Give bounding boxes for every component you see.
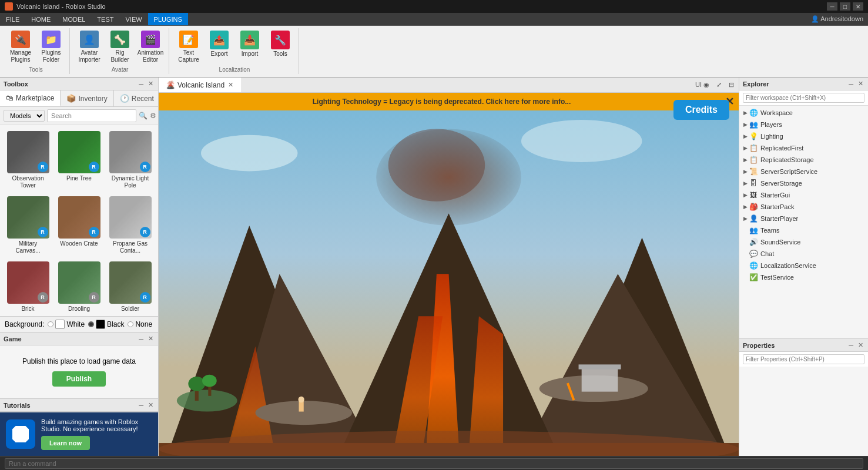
toolbox-minimize-button[interactable]: ─: [138, 80, 145, 88]
tree-item[interactable]: ▶ 🖼 StarterGui: [739, 189, 868, 201]
grid-item[interactable]: R Soldier: [106, 259, 155, 315]
properties-filter-input[interactable]: [743, 354, 864, 364]
models-dropdown[interactable]: Models: [4, 110, 45, 122]
svg-point-22: [202, 375, 217, 387]
menu-item-test[interactable]: TEST: [91, 13, 119, 25]
tutorials-close-button[interactable]: ✕: [147, 401, 155, 409]
tab-right-controls: UI ◉ ⤢ ⊟: [693, 80, 739, 90]
bg-none-radio[interactable]: [128, 321, 133, 327]
game-panel-controls: ─ ✕: [138, 335, 155, 343]
grid-item[interactable]: R Observation Tower: [4, 129, 52, 192]
properties-minimize-button[interactable]: ─: [847, 341, 854, 349]
minimize-button[interactable]: ─: [827, 2, 837, 11]
maximize-button[interactable]: □: [840, 2, 850, 11]
properties-close-button[interactable]: ✕: [857, 341, 864, 349]
animation-editor-button[interactable]: 🎬 AnimationEditor: [136, 28, 165, 65]
tree-item[interactable]: 🌐 LocalizationService: [739, 260, 868, 271]
bg-label: Background:: [5, 320, 44, 328]
collapse-button[interactable]: ⊟: [726, 80, 736, 90]
manage-plugins-button[interactable]: 🔌 ManagePlugins: [6, 28, 35, 65]
game-panel-minimize-button[interactable]: ─: [138, 335, 145, 343]
svg-rect-26: [579, 364, 621, 369]
item-thumbnail: R: [58, 261, 100, 304]
volcanic-island-tab[interactable]: 🌋 Volcanic Island ✕: [159, 78, 242, 92]
svg-rect-25: [582, 368, 618, 392]
menu-item-plugins[interactable]: PLUGINS: [148, 13, 188, 25]
tree-item[interactable]: ▶ 🎒 StarterPack: [739, 201, 868, 213]
tree-item[interactable]: ▶ 📋 ReplicatedFirst: [739, 142, 868, 154]
tools-button[interactable]: 🔧 Tools: [266, 28, 295, 65]
manage-plugins-icon: 🔌: [11, 31, 30, 48]
tree-item[interactable]: 👥 Teams: [739, 224, 868, 236]
item-name: Brick: [21, 306, 34, 313]
grid-item[interactable]: R Propane Gas Conta...: [106, 194, 155, 257]
command-input[interactable]: [5, 458, 863, 469]
item-thumbnail: R: [7, 196, 49, 239]
filter-button[interactable]: ⚙: [150, 112, 156, 120]
tree-icon: 🎒: [749, 202, 758, 212]
notification-text: Lighting Technology = Legacy is being de…: [313, 98, 571, 106]
bg-black-option[interactable]: Black: [88, 320, 124, 329]
ribbon-avatar-items: 👤 AvatarImporter 🦴 RigBuilder 🎬 Animatio…: [75, 28, 165, 65]
explorer-minimize-button[interactable]: ─: [847, 80, 854, 88]
notification-bar[interactable]: Lighting Technology = Legacy is being de…: [159, 93, 739, 110]
tree-item[interactable]: 🔊 SoundService: [739, 236, 868, 248]
import-button[interactable]: 📥 Import: [235, 28, 264, 65]
svg-point-2: [521, 120, 642, 162]
avatar-importer-button[interactable]: 👤 AvatarImporter: [75, 28, 104, 65]
publish-button[interactable]: Publish: [52, 371, 106, 387]
rig-builder-button[interactable]: 🦴 RigBuilder: [105, 28, 135, 65]
menu-item-file[interactable]: FILE: [0, 13, 25, 25]
search-button[interactable]: 🔍: [139, 112, 148, 120]
bg-none-label: None: [135, 320, 152, 328]
grid-item[interactable]: R Drooling: [55, 259, 103, 315]
tree-arrow: ▶: [742, 216, 749, 221]
bg-none-option[interactable]: None: [128, 320, 152, 328]
menu-item-model[interactable]: MODEL: [56, 13, 91, 25]
tab-close-button[interactable]: ✕: [227, 81, 234, 89]
toolbox-tab-inventory[interactable]: 📦Inventory: [61, 90, 113, 106]
search-input[interactable]: [47, 109, 136, 122]
bg-black-radio[interactable]: [88, 321, 94, 327]
tree-item[interactable]: ▶ 👤 StarterPlayer: [739, 213, 868, 224]
grid-item[interactable]: R Brick: [4, 259, 52, 315]
tree-item[interactable]: ▶ 🗄 ServerStorage: [739, 177, 868, 189]
tree-item[interactable]: ▶ 👥 Players: [739, 119, 868, 130]
tree-label: ReplicatedFirst: [760, 145, 803, 152]
close-button[interactable]: ✕: [853, 2, 863, 11]
tree-arrow: ▶: [742, 169, 749, 174]
tree-item[interactable]: ✅ TestService: [739, 271, 868, 283]
volcano-scene: [159, 110, 739, 456]
learn-now-button[interactable]: Learn now: [41, 436, 90, 450]
menu-item-view[interactable]: VIEW: [119, 13, 148, 25]
tree-label: StarterGui: [760, 192, 790, 199]
menu-item-home[interactable]: HOME: [25, 13, 56, 25]
tree-item[interactable]: ▶ 📜 ServerScriptService: [739, 166, 868, 177]
tree-item[interactable]: 💬 Chat: [739, 248, 868, 260]
game-panel-title: Game: [4, 335, 22, 343]
explorer-close-button[interactable]: ✕: [857, 80, 864, 88]
grid-item[interactable]: R Wooden Crate: [55, 194, 103, 257]
game-panel-close-button[interactable]: ✕: [147, 335, 155, 343]
grid-item[interactable]: R Pine Tree: [55, 129, 103, 192]
toolbox-tab-marketplace[interactable]: 🛍Marketplace: [0, 90, 61, 106]
tree-item[interactable]: ▶ 🌐 Workspace: [739, 107, 868, 119]
toolbox-tab-recent[interactable]: 🕐Recent: [114, 90, 160, 106]
tree-item[interactable]: ▶ 📋 ReplicatedStorage: [739, 154, 868, 166]
tutorials-minimize-button[interactable]: ─: [138, 401, 145, 409]
bg-white-radio[interactable]: [48, 321, 53, 327]
ui-view-button[interactable]: UI ◉: [693, 80, 712, 90]
tree-item[interactable]: ▶ 💡 Lighting: [739, 130, 868, 142]
export-button[interactable]: 📤 Export: [205, 28, 234, 65]
status-bar: [0, 456, 868, 470]
plugins-folder-button[interactable]: 📁 PluginsFolder: [36, 28, 66, 65]
grid-item[interactable]: R Military Canvas...: [4, 194, 52, 257]
tree-arrow: ▶: [742, 145, 749, 151]
explorer-filter-input[interactable]: [743, 93, 864, 103]
grid-item[interactable]: R Dynamic Light Pole: [106, 129, 155, 192]
expand-button[interactable]: ⤢: [714, 80, 724, 90]
toolbox-close-button[interactable]: ✕: [147, 80, 155, 88]
bg-white-option[interactable]: White: [48, 320, 85, 329]
credits-button[interactable]: Credits: [673, 100, 729, 120]
text-capture-button[interactable]: 📝 TextCapture: [174, 28, 203, 65]
